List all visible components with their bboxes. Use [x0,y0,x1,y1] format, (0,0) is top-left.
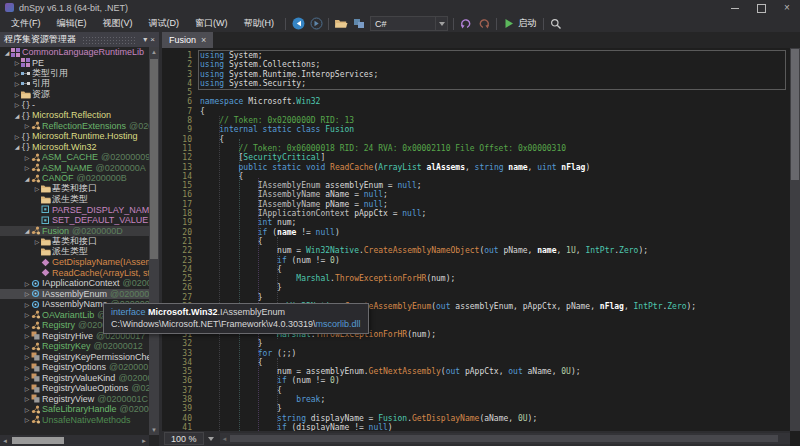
collapse-arrow-icon[interactable]: ◢ [23,175,31,182]
editor-vertical-scrollbar[interactable] [790,48,800,431]
maximize-button[interactable] [748,0,774,16]
panel-menu-button[interactable]: ▾ [143,36,147,44]
save-all-button[interactable] [350,16,368,31]
scrollbar-thumb[interactable] [150,59,158,259]
expand-arrow-icon[interactable]: ▷ [23,290,31,297]
collapse-arrow-icon[interactable]: ◢ [13,143,21,150]
tab-fusion[interactable]: Fusion × [162,32,213,48]
tree-item[interactable]: ▷UnsafeNativeMethods [0,415,149,426]
tree-item[interactable]: ▷ReflectionExtensions@02000002 [0,121,149,132]
expand-arrow-icon[interactable]: ▷ [23,416,31,423]
scrollbar-thumb[interactable] [791,49,799,180]
expand-arrow-icon[interactable]: ▷ [23,280,31,287]
expand-arrow-icon[interactable]: ▷ [13,80,21,87]
zoom-dropdown-button[interactable] [205,432,217,445]
search-button[interactable] [547,16,565,31]
tree-item[interactable]: ▷引用 [0,79,149,90]
tree-item[interactable]: ◢Fusion@0200000D [0,226,149,237]
scroll-right-icon[interactable]: ► [139,438,149,444]
scroll-up-icon[interactable]: ▲ [149,47,159,57]
expand-arrow-icon[interactable]: ▷ [23,385,31,392]
expand-arrow-icon[interactable]: ▷ [23,164,31,171]
tree-item[interactable]: 派生类型 [0,194,149,205]
tree-item[interactable]: ReadCache(ArrayList, string [0,268,149,279]
expand-arrow-icon[interactable]: ▷ [23,406,31,413]
expand-arrow-icon[interactable]: ▷ [23,154,31,161]
expand-arrow-icon[interactable]: ▷ [23,322,31,329]
editor-horizontal-scrollbar[interactable]: ◄ [220,433,790,444]
tree-item[interactable]: ▷SafeLibraryHandle@0200001D [0,404,149,415]
menu-item[interactable]: 文件(F) [3,15,49,32]
minimize-button[interactable] [722,0,748,16]
tree-item[interactable]: GetDisplayName(IAssemblyName [0,257,149,268]
expand-arrow-icon[interactable]: ▷ [23,332,31,339]
navigate-forward-button[interactable] [307,16,325,31]
open-file-button[interactable] [332,16,350,31]
expand-arrow-icon[interactable]: ▷ [23,311,31,318]
tree-item[interactable]: ▷{}Microsoft.Runtime.Hosting [0,131,149,142]
collapse-arrow-icon[interactable]: ◢ [3,49,11,56]
expand-arrow-icon[interactable]: ▷ [23,353,31,360]
menu-item[interactable]: 编辑(E) [49,15,95,32]
tree-item[interactable]: ▷RegistryValueKind@0200001A [0,373,149,384]
expand-arrow-icon[interactable]: ▷ [33,185,41,192]
sidebar-horizontal-scrollbar[interactable]: ◄ ► [0,435,149,446]
expand-arrow-icon[interactable]: ▷ [23,301,31,308]
tree-item[interactable]: ▷IApplicationContext@0200000E [0,278,149,289]
tree-item[interactable]: ▷ASM_NAME@0200000A [0,163,149,174]
undo-button[interactable] [457,16,475,31]
collapse-arrow-icon[interactable]: ◢ [13,112,21,119]
tree-item[interactable]: ▷资源 [0,89,149,100]
expand-arrow-icon[interactable]: ▷ [13,133,21,140]
expand-arrow-icon[interactable]: ▷ [33,238,41,245]
scroll-left-icon[interactable]: ◄ [0,438,10,444]
menu-item[interactable]: 窗口(W) [187,15,236,32]
expand-arrow-icon[interactable]: ▷ [23,122,31,129]
assembly-tree[interactable]: ◢CommonLanguageRuntimeLib▷PE▷类型引用▷引用▷资源▷… [0,47,149,435]
tree-item[interactable]: ▷RegistryKeyPermissionCheck@02000018 [0,352,149,363]
scrollbar-thumb[interactable] [230,435,778,442]
tree-item[interactable]: ▷基类和接口 [0,184,149,195]
tree-item[interactable]: ▷RegistryOptions@02000019 [0,362,149,373]
start-button[interactable]: 启动 [500,17,540,30]
tree-item[interactable]: ◢{}Microsoft.Win32 [0,142,149,153]
code-viewport[interactable]: 1using System;2using System.Collections;… [162,48,790,431]
collapse-arrow-icon[interactable]: ◢ [23,227,31,234]
scroll-down-icon[interactable]: ▼ [149,425,159,435]
expand-arrow-icon[interactable]: ▷ [23,395,31,402]
sidebar-vertical-scrollbar[interactable]: ▲ ▼ [149,47,159,435]
expand-arrow-icon[interactable]: ▷ [13,91,21,98]
expand-arrow-icon[interactable]: ▷ [13,70,21,77]
tree-item[interactable]: 派生类型 [0,247,149,258]
scroll-left-icon[interactable]: ◄ [220,436,230,442]
expand-arrow-icon[interactable]: ▷ [23,364,31,371]
tree-item[interactable]: ▷基类和接口 [0,236,149,247]
tree-item[interactable]: ▷RegistryView@0200001C [0,394,149,405]
tree-item[interactable]: SET_DEFAULT_VALUE [0,215,149,226]
menu-item[interactable]: 帮助(H) [236,15,283,32]
zoom-level[interactable]: 100 % [164,432,204,445]
scrollbar-thumb[interactable] [12,437,64,444]
expand-arrow-icon[interactable]: ▷ [13,59,21,66]
language-select[interactable]: C# [370,16,448,31]
tree-item[interactable]: ▷RegistryKey@02000012 [0,341,149,352]
tree-item[interactable]: ▷PE [0,58,149,69]
menu-item[interactable]: 调试(D) [141,15,188,32]
tree-item[interactable]: ▷类型引用 [0,68,149,79]
tree-item[interactable]: ◢CANOF@0200000B [0,173,149,184]
expand-arrow-icon[interactable]: ▷ [13,101,21,108]
tree-item[interactable]: ◢{}Microsoft.Reflection [0,110,149,121]
tree-item[interactable]: ▷{}- [0,100,149,111]
tree-item[interactable]: ◢CommonLanguageRuntimeLib [0,47,149,58]
close-button[interactable]: × [774,0,800,16]
panel-close-button[interactable]: × [150,36,155,44]
tree-item[interactable]: ▷IAssemblyEnum@0200000F [0,289,149,300]
tab-close-icon[interactable]: × [201,35,206,45]
expand-arrow-icon[interactable]: ▷ [23,343,31,350]
navigate-back-button[interactable] [289,16,307,31]
menu-item[interactable]: 视图(V) [95,15,141,32]
tree-item[interactable]: PARSE_DISPLAY_NAME [0,205,149,216]
tree-item[interactable]: ▷RegistryValueOptions@0200001B [0,383,149,394]
tree-item[interactable]: ▷ASM_CACHE@02000009 [0,152,149,163]
redo-button[interactable] [475,16,493,31]
